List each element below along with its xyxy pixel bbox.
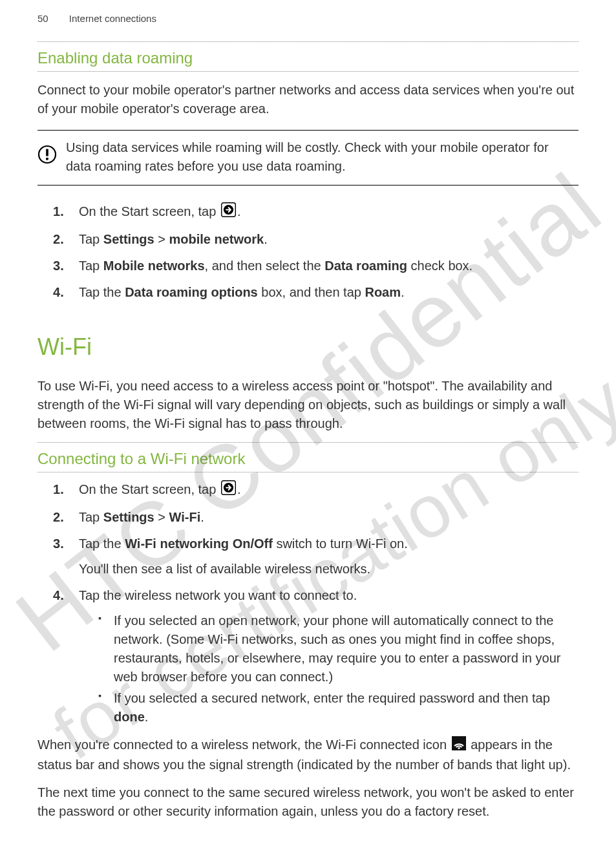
roaming-heading: Enabling data roaming: [37, 47, 579, 70]
page-header: 50 Internet connections: [37, 12, 579, 26]
svg-point-8: [458, 747, 460, 749]
page-number: 50: [37, 13, 48, 24]
svg-rect-1: [46, 149, 48, 156]
wifi-step-3: Tap the Wi-Fi networking On/Off switch t…: [53, 535, 579, 578]
divider: [37, 472, 579, 472]
arrow-tile-icon: [221, 480, 236, 500]
roaming-step-1: On the Start screen, tap .: [53, 202, 579, 222]
wifi-step-4: Tap the wireless network you want to con…: [53, 586, 579, 726]
wifi-step-4-bullets: If you selected an open network, your ph…: [98, 611, 579, 726]
roaming-step-3: Tap Mobile networks, and then select the…: [53, 257, 579, 275]
roaming-step-4: Tap the Data roaming options box, and th…: [53, 283, 579, 302]
wifi-step-3-sub: You'll then see a list of available wire…: [79, 560, 579, 578]
wifi-connected-para: When you're connected to a wireless netw…: [37, 736, 579, 774]
wifi-step-2: Tap Settings > Wi-Fi.: [53, 508, 579, 527]
wifi-bullet-secured: If you selected a secured network, enter…: [98, 689, 579, 726]
wifi-step-1: On the Start screen, tap .: [53, 480, 579, 500]
divider: [37, 442, 579, 443]
wifi-sub-heading: Connecting to a Wi-Fi network: [37, 448, 579, 471]
svg-point-2: [46, 158, 48, 160]
warning-icon: [37, 145, 57, 168]
roaming-intro: Connect to your mobile operator's partne…: [37, 81, 579, 118]
wifi-steps: On the Start screen, tap . Tap Settings …: [53, 480, 579, 726]
warning-text: Using data services while roaming will b…: [66, 138, 576, 176]
wifi-reconnect-para: The next time you connect to the same se…: [37, 783, 579, 821]
roaming-step-2: Tap Settings > mobile network.: [53, 230, 579, 249]
wifi-heading: Wi-Fi: [37, 330, 579, 364]
wifi-intro: To use Wi-Fi, you need access to a wirel…: [37, 377, 579, 433]
divider: [37, 41, 579, 42]
warning-note: Using data services while roaming will b…: [37, 130, 579, 186]
wifi-connected-icon: [452, 736, 466, 756]
divider: [37, 71, 579, 72]
section-title: Internet connections: [69, 13, 156, 24]
wifi-bullet-open: If you selected an open network, your ph…: [98, 611, 579, 686]
roaming-steps: On the Start screen, tap . Tap Settings …: [53, 202, 579, 302]
arrow-tile-icon: [221, 202, 236, 222]
